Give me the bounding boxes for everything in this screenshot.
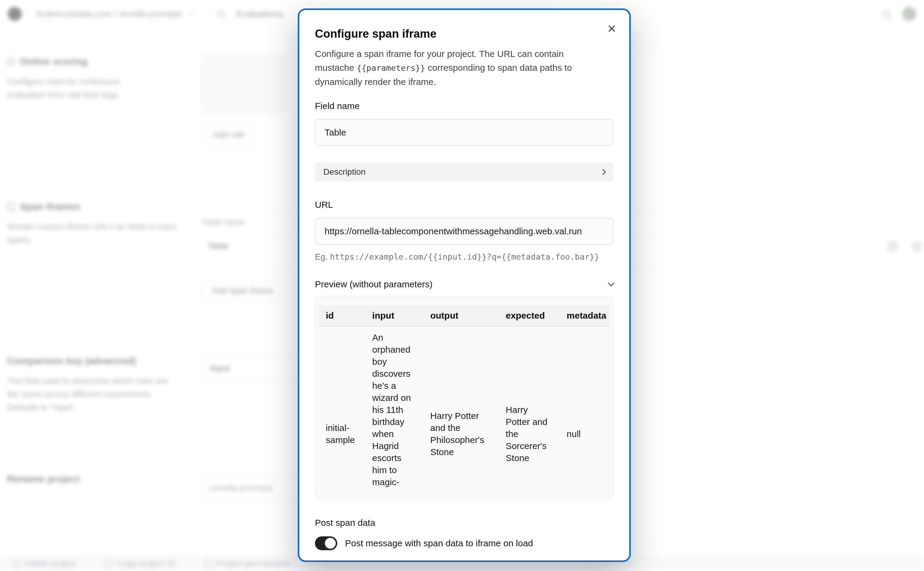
table-header-row: id input output expected metadata (319, 305, 609, 326)
slash-circle-icon (12, 560, 20, 567)
org-logo[interactable] (8, 7, 22, 21)
toggle-knob (325, 538, 336, 549)
online-scoring-empty-panel (201, 53, 286, 115)
post-span-data-label: Post span data (315, 518, 614, 528)
modal-title: Configure span iframe (315, 28, 614, 40)
bell-icon[interactable] (217, 10, 225, 18)
section-title: Comparison key (advanced) (7, 355, 136, 367)
cell-metadata: null (560, 326, 609, 498)
breadcrumb[interactable]: braintrustdata.com / ornella-prompts (37, 9, 182, 19)
url-hint-prefix: Eg. (315, 252, 330, 261)
edit-icon[interactable] (887, 241, 898, 252)
iframe-preview: id input output expected metadata initia… (315, 296, 614, 498)
cell-output: Harry Potter and the Philosopher's Stone (424, 326, 499, 498)
preview-label: Preview (without parameters) (315, 279, 432, 289)
field-name-label: Field name (315, 101, 614, 111)
add-span-iframe-button[interactable]: Add span iframe (201, 280, 285, 301)
section-span-iframes: Span iframes Render custom iframe URLs a… (7, 201, 194, 247)
cell-id: initial-sample (319, 326, 365, 498)
section-title: Span iframes (20, 201, 80, 212)
parameters-code: {{parameters}} (356, 63, 425, 73)
rename-project-value: ornella-prompts (210, 483, 272, 493)
add-rule-button[interactable]: Add rule (201, 124, 256, 145)
post-span-toggle-row: Post message with span data to iframe on… (315, 536, 614, 550)
topbar-right (882, 0, 916, 28)
url-hint-example: https://example.com/{{input.id}}?q={{met… (330, 252, 599, 261)
comparison-key-value: Input (210, 363, 230, 373)
tab-evaluations[interactable]: Evaluations (237, 9, 283, 19)
chevron-down-icon (608, 280, 615, 287)
url-label: URL (315, 200, 614, 210)
section-description: Configure rules for continuous evaluatio… (7, 75, 146, 102)
section-title: Rename project (7, 474, 80, 485)
configure-span-iframe-modal: × Configure span iframe Configure a span… (298, 8, 631, 562)
chevron-right-icon (600, 169, 606, 175)
preview-table: id input output expected metadata initia… (319, 305, 609, 498)
chevron-down-icon[interactable] (188, 9, 194, 15)
project-permissions-button[interactable]: Project permissions (204, 559, 290, 568)
column-header-expected: expected (499, 305, 560, 326)
copy-project-id-button[interactable]: Copy project ID (105, 559, 175, 568)
search-icon[interactable] (882, 10, 890, 18)
table-row: initial-sample An orphaned boy discovers… (319, 326, 609, 498)
cell-input-text: An orphaned boy discovers he's a wizard … (372, 332, 417, 498)
post-span-toggle[interactable] (315, 536, 337, 550)
topbar-divider (206, 8, 206, 19)
section-online-scoring: Online scoring Configure rules for conti… (7, 56, 194, 102)
section-rename-project: Rename project (7, 474, 194, 485)
description-accordion-label: Description (323, 167, 365, 177)
modal-description: Configure a span iframe for your project… (315, 47, 604, 89)
row-actions (887, 241, 922, 252)
cell-input: An orphaned boy discovers he's a wizard … (365, 326, 424, 498)
copy-project-id-label: Copy project ID (117, 559, 175, 568)
preview-toggle-row[interactable]: Preview (without parameters) (315, 279, 614, 289)
field-name-column-header: Field name (203, 218, 245, 227)
section-title: Online scoring (20, 56, 87, 67)
delete-project-button[interactable]: Delete project (12, 559, 76, 568)
section-comparison-key: Comparison key (advanced) The field used… (7, 355, 194, 414)
avatar[interactable] (902, 7, 916, 21)
section-description: Render custom iframe URLs as fields in t… (7, 220, 182, 247)
column-header-id: id (319, 305, 365, 326)
column-header-output: output (424, 305, 499, 326)
span-iframes-icon (7, 203, 15, 211)
project-permissions-label: Project permissions (217, 559, 290, 568)
copy-icon (105, 560, 113, 567)
header-action-button[interactable] (478, 0, 552, 8)
url-hint: Eg. https://example.com/{{input.id}}?q={… (315, 252, 614, 262)
span-iframe-row-name[interactable]: Table (207, 241, 229, 251)
column-header-input: input (365, 305, 424, 326)
description-accordion[interactable]: Description (315, 162, 614, 182)
section-description: The field used to determine which rows a… (7, 374, 182, 414)
url-input[interactable] (315, 218, 614, 245)
close-icon[interactable]: × (608, 22, 616, 36)
field-name-input[interactable] (315, 119, 614, 146)
column-header-metadata: metadata (560, 305, 609, 326)
online-scoring-icon (7, 58, 15, 66)
lock-icon (204, 560, 212, 567)
delete-project-label: Delete project (24, 559, 76, 568)
trash-icon[interactable] (912, 241, 922, 252)
post-span-toggle-label: Post message with span data to iframe on… (345, 538, 533, 548)
cell-expected: Harry Potter and the Sorcerer's Stone (499, 326, 560, 498)
